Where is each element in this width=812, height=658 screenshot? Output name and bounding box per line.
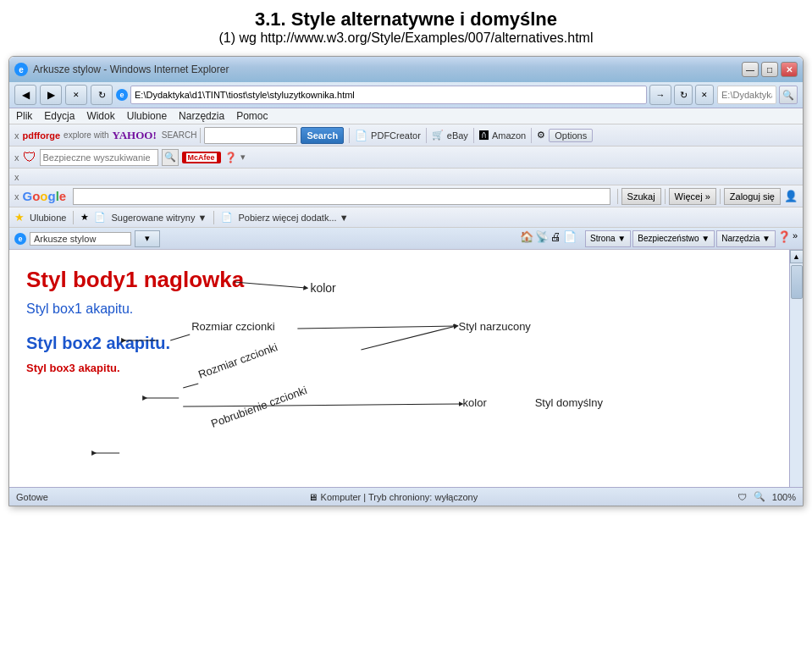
forward-button[interactable]: ▶ — [40, 85, 62, 105]
box3-text: Styl box3 akapitu. — [26, 362, 772, 374]
go-button[interactable]: → — [649, 85, 671, 105]
google-g2: g — [48, 189, 56, 203]
sep1 — [200, 128, 201, 143]
pdfforge-label: pdfforge — [23, 130, 61, 141]
shield-icon-status: 🛡 — [737, 492, 747, 502]
heading-text: Styl body1 naglowka — [26, 267, 244, 293]
options-button[interactable]: Options — [549, 129, 593, 142]
title-bar-left: e Arkusze stylow - Windows Internet Expl… — [14, 63, 229, 76]
pdf-icon: 📄 — [355, 130, 367, 141]
mcafee-chevron[interactable]: ▾ — [240, 152, 246, 163]
empty-toolbar-close[interactable]: x — [14, 172, 19, 182]
status-left: Gotowe — [16, 492, 48, 502]
pobierz-button[interactable]: Pobierz więcej dodatk... ▼ — [238, 213, 348, 223]
yahoo-search-input[interactable] — [204, 127, 297, 144]
menu-edycja[interactable]: Edycja — [44, 110, 75, 122]
page-icon: e — [116, 89, 128, 101]
box1-text: Styl box1 akapitu. — [26, 301, 772, 317]
title-bar: e Arkusze stylow - Windows Internet Expl… — [9, 57, 803, 82]
google-search-button[interactable]: 🔍 — [779, 86, 798, 104]
mcafee-search-input[interactable] — [40, 149, 158, 166]
ebay-label-icon: 🛒 — [432, 130, 444, 141]
mcafee-search-button[interactable]: 🔍 — [162, 149, 179, 166]
empty-toolbar: x — [9, 169, 803, 185]
pdfcreator-link[interactable]: PDFCreator — [371, 130, 421, 141]
mcafee-toolbar-close[interactable]: x — [14, 152, 19, 163]
narzedzia-button[interactable]: Narzędzia ▼ — [716, 230, 776, 247]
stop-btn2[interactable]: ✕ — [695, 85, 714, 105]
svg-line-1 — [234, 282, 306, 288]
google-toolbar: x G o o g l e Szukaj Więcej » Zaloguj si… — [9, 185, 803, 207]
search-button[interactable]: Search — [301, 127, 344, 144]
minimize-button[interactable]: — — [742, 62, 759, 77]
refresh-button[interactable]: ↻ — [91, 85, 113, 105]
bezpieczenstwo-button[interactable]: Bezpieczeństwo ▼ — [632, 230, 715, 247]
favorites-star: ★ — [14, 211, 25, 224]
strona-button[interactable]: Strona ▼ — [585, 230, 631, 247]
menu-narzedzia[interactable]: Narzędzia — [179, 110, 224, 122]
zoom-level: 100% — [772, 492, 796, 502]
toolbar-sep-2 — [426, 128, 427, 143]
yahoo-toolbar-close[interactable]: x — [14, 130, 19, 141]
toolbar-sep-1 — [349, 128, 350, 143]
star-icon2: ★ — [80, 212, 89, 223]
zaloguj-button[interactable]: Zaloguj się — [724, 188, 781, 205]
expand-icon[interactable]: » — [793, 230, 798, 247]
google-g: G — [23, 189, 33, 203]
scroll-thumb[interactable] — [791, 265, 803, 299]
menu-widok[interactable]: Widok — [86, 110, 114, 122]
addr-icon-group: 🏠 📡 🖨 📄 — [520, 230, 577, 247]
menu-bar: Plik Edycja Widok Ulubione Narzędzia Pom… — [9, 108, 803, 124]
mcafee-logo: McAfee — [182, 152, 221, 163]
scroll-up[interactable]: ▲ — [790, 250, 804, 263]
yahoo-logo: YAHOO! — [112, 129, 156, 142]
menu-ulubione[interactable]: Ulubione — [127, 110, 167, 122]
mcafee-shield: 🛡 — [23, 150, 36, 165]
google-toolbar-close[interactable]: x — [14, 191, 19, 202]
google-search-input[interactable] — [717, 86, 776, 104]
rss-icon[interactable]: 📡 — [535, 230, 549, 247]
address-input[interactable] — [130, 86, 647, 104]
status-right: 🛡 🔍 100% — [737, 491, 796, 502]
ulubione-button[interactable]: Ulubione — [30, 213, 66, 223]
explore-with-label: explore with — [64, 130, 108, 140]
google-toolbar-input[interactable] — [73, 188, 610, 205]
menu-plik[interactable]: Plik — [16, 110, 32, 122]
refresh-btn2[interactable]: ↻ — [674, 85, 693, 105]
szukaj-button[interactable]: Szukaj — [621, 188, 661, 205]
svg-line-12 — [183, 404, 461, 406]
maximize-button[interactable]: □ — [761, 62, 778, 77]
home-icon[interactable]: 🏠 — [520, 230, 533, 247]
google-sep1 — [617, 189, 618, 204]
back-button[interactable]: ◀ — [14, 85, 36, 105]
stop-button[interactable]: ✕ — [65, 85, 87, 105]
google-sep2 — [665, 189, 666, 204]
wiecej-button[interactable]: Więcej » — [669, 188, 716, 205]
close-button[interactable]: ✕ — [781, 62, 798, 77]
addr-dropdown-btn[interactable]: ▾ — [135, 230, 160, 247]
ebay-link[interactable]: eBay — [447, 130, 468, 141]
svg-text:Styl domyślny: Styl domyślny — [535, 396, 604, 409]
print-icon[interactable]: 🖨 — [550, 230, 561, 247]
amazon-link[interactable]: Amazon — [492, 130, 526, 141]
content-area: Styl body1 naglowka Styl box1 akapitu. S… — [9, 250, 789, 487]
help-icon[interactable]: ❓ — [777, 230, 791, 247]
page-icon3: 📄 — [221, 212, 233, 223]
window-controls[interactable]: — □ ✕ — [742, 62, 798, 77]
fav-sep2 — [213, 211, 214, 224]
page-title-line1: 3.1. Style alternatywne i domyślne — [17, 8, 795, 30]
menu-pomoc[interactable]: Pomoc — [236, 110, 268, 122]
mcafee-help-icon[interactable]: ❓ — [224, 152, 237, 163]
favorites-bar: ★ Ulubione ★ 📄 Sugerowane witryny ▼ 📄 Po… — [9, 207, 803, 228]
page-header: 3.1. Style alternatywne i domyślne (1) w… — [0, 0, 812, 53]
scrollbar[interactable]: ▲ — [789, 250, 803, 487]
site-name-display: Arkusze stylow — [30, 232, 131, 246]
address-bar: e → ↻ ✕ — [116, 85, 714, 105]
svg-line-5 — [297, 326, 456, 329]
sugerowane-button[interactable]: Sugerowane witryny ▼ — [111, 213, 207, 223]
browser-icon: e — [14, 63, 28, 76]
google-e: e — [59, 189, 66, 203]
page-tools-icon[interactable]: 📄 — [563, 230, 577, 247]
yahoo-search-label: SEARCH — [162, 130, 197, 140]
box2-text: Styl box2 akapitu. — [26, 334, 772, 353]
